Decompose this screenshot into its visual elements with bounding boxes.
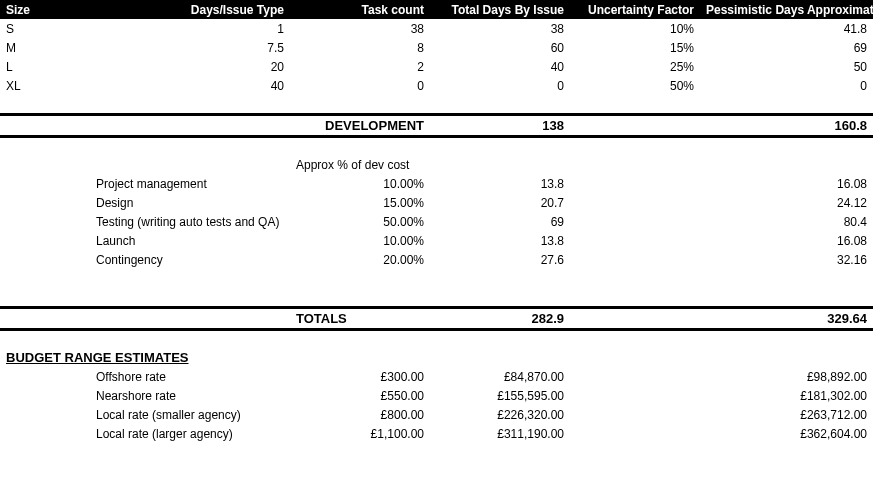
totals-pess: 329.64 [700,307,873,329]
blank [0,405,90,424]
totals-label: TOTALS [290,307,430,329]
cost-name: Testing (writing auto tests and QA) [90,212,290,231]
budget-row: Local rate (larger agency)£1,100.00£311,… [0,424,873,443]
total-cell: 0 [430,76,570,95]
blank [0,367,90,386]
blank [0,136,90,155]
budget-heading: BUDGET RANGE ESTIMATES [0,348,430,367]
blank [0,307,90,329]
size-row: S1383810%41.8 [0,19,873,38]
blank [90,288,290,307]
blank [700,136,873,155]
cost-row: Design15.00%20.724.12 [0,193,873,212]
blank [90,114,290,136]
cost-pct: 15.00% [290,193,430,212]
cost-row: Launch10.00%13.816.08 [0,231,873,250]
development-row: DEVELOPMENT138160.8 [0,114,873,136]
cost-name: Project management [90,174,290,193]
blank-row [0,329,873,348]
blank [570,193,700,212]
pessimistic-cell: 50 [700,57,873,76]
blank [0,212,90,231]
cost-pess: 16.08 [700,174,873,193]
cost-days: 20.7 [430,193,570,212]
blank [570,269,700,288]
cost-row: Project management10.00%13.816.08 [0,174,873,193]
blank [0,288,90,307]
blank [430,155,570,174]
total-cell: 38 [430,19,570,38]
estimate-table: Size Days/Issue Type Task count Total Da… [0,0,873,443]
blank [430,269,570,288]
size-cell: M [0,38,90,57]
blank [430,348,570,367]
blank-row [0,288,873,307]
blank [0,193,90,212]
size-row: M7.586015%69 [0,38,873,57]
budget-rate: £550.00 [290,386,430,405]
cost-row: Testing (writing auto tests and QA)50.00… [0,212,873,231]
budget-name: Local rate (smaller agency) [90,405,290,424]
tasks-cell: 2 [290,57,430,76]
blank [0,114,90,136]
budget-row: Offshore rate£300.00£84,870.00£98,892.00 [0,367,873,386]
budget-heading-row: BUDGET RANGE ESTIMATES [0,348,873,367]
size-row: L2024025%50 [0,57,873,76]
blank [570,212,700,231]
blank [90,307,290,329]
pessimistic-cell: 41.8 [700,19,873,38]
blank [570,367,700,386]
days-cell: 1 [90,19,290,38]
total-cell: 60 [430,38,570,57]
blank [570,348,700,367]
uncertainty-cell: 50% [570,76,700,95]
tasks-cell: 0 [290,76,430,95]
tasks-cell: 38 [290,19,430,38]
blank [90,155,290,174]
blank [290,329,430,348]
budget-rate: £300.00 [290,367,430,386]
blank [570,95,700,114]
cost-pct: 10.00% [290,231,430,250]
blank [90,269,290,288]
blank [570,329,700,348]
hdr-task-count: Task count [290,0,430,19]
blank [0,386,90,405]
blank [700,95,873,114]
blank [290,269,430,288]
budget-name: Local rate (larger agency) [90,424,290,443]
budget-row: Nearshore rate£550.00£155,595.00£181,302… [0,386,873,405]
blank [290,95,430,114]
uncertainty-cell: 15% [570,38,700,57]
cost-pct: 10.00% [290,174,430,193]
blank [700,269,873,288]
blank-row [0,269,873,288]
blank-row [0,136,873,155]
budget-row: Local rate (smaller agency)£800.00£226,3… [0,405,873,424]
blank [700,348,873,367]
days-cell: 40 [90,76,290,95]
budget-high: £98,892.00 [700,367,873,386]
budget-low: £155,595.00 [430,386,570,405]
dev-label: DEVELOPMENT [290,114,430,136]
totals-row: TOTALS282.9329.64 [0,307,873,329]
hdr-size: Size [0,0,90,19]
blank [0,231,90,250]
days-cell: 7.5 [90,38,290,57]
dev-pess: 160.8 [700,114,873,136]
approx-label-row: Approx % of dev cost [0,155,873,174]
blank [430,95,570,114]
cost-pess: 32.16 [700,250,873,269]
budget-high: £362,604.00 [700,424,873,443]
size-cell: S [0,19,90,38]
tasks-cell: 8 [290,38,430,57]
blank [570,136,700,155]
blank [90,136,290,155]
blank [700,155,873,174]
blank [0,174,90,193]
budget-name: Offshore rate [90,367,290,386]
size-cell: XL [0,76,90,95]
blank [570,307,700,329]
blank [430,288,570,307]
blank [570,231,700,250]
